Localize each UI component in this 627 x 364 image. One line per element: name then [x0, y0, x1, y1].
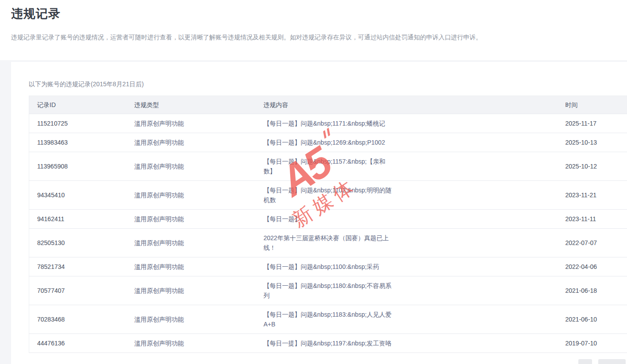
table-row: 115210725 滥用原创声明功能 【每日一题】问题&nbsp;1171:&n…: [29, 114, 627, 133]
violation-type-cell: 滥用原创声明功能: [127, 152, 256, 181]
violation-type-cell: 滥用原创声明功能: [127, 133, 256, 152]
violation-content-link[interactable]: 【每日一题】问题&nbsp;1157:&nbsp;【亲和数】: [264, 157, 393, 176]
violation-content-cell: 【每日一题】: [256, 210, 558, 229]
record-id-cell: 113983463: [29, 133, 127, 152]
violation-date-cell: 2019-07-10: [558, 334, 627, 353]
violation-content-link[interactable]: 【每日一题】问题&nbsp;1102:&nbsp;明明的随机数: [264, 185, 393, 205]
record-id-cell: 115210725: [29, 114, 127, 133]
violation-type-cell: 滥用原创声明功能: [127, 334, 256, 353]
column-header-violation-content: 违规内容: [256, 96, 558, 114]
violation-content-link[interactable]: 2022年第十三届蓝桥杯决赛（国赛）真题已上线！: [264, 233, 393, 253]
violation-content-cell: 【每日一题】问题&nbsp;1183:&nbsp;人见人爱A+B: [256, 305, 558, 334]
page-description: 违规记录里记录了账号的违规情况，运营者可随时进行查看，以更清晰了解账号违规情况及…: [11, 33, 616, 42]
violation-content-cell: 【每日一题】问题&nbsp;1171:&nbsp;蟠桃记: [256, 114, 558, 133]
violation-content-link[interactable]: 【每日一题】问题&nbsp;1100:&nbsp;采药: [264, 262, 379, 272]
table-row: 44476136 滥用原创声明功能 【每日一提】问题&nbsp;1197:&nb…: [29, 334, 627, 353]
record-id-cell: 82505130: [29, 229, 127, 257]
violation-date-cell: 2022-04-06: [558, 257, 627, 276]
table-row: 113965908 滥用原创声明功能 【每日一题】问题&nbsp;1157:&n…: [29, 152, 627, 181]
violation-date-cell: 2023-11-11: [558, 210, 627, 229]
record-id-cell: 94162411: [29, 210, 127, 229]
violation-date-cell: 2025-11-17: [558, 114, 627, 133]
table-row: 70577407 滥用原创声明功能 【每日一题】问题&nbsp;1180:&nb…: [29, 276, 627, 305]
record-id-cell: 113965908: [29, 152, 127, 181]
pagination-page-button[interactable]: [598, 359, 626, 364]
violation-type-cell: 滥用原创声明功能: [127, 257, 256, 276]
violation-type-cell: 滥用原创声明功能: [127, 305, 256, 334]
violation-content-cell: 【每日一题】问题&nbsp;1269:&nbsp;P1002: [256, 133, 558, 152]
column-header-record-id: 记录ID: [29, 96, 127, 114]
table-row: 82505130 滥用原创声明功能 2022年第十三届蓝桥杯决赛（国赛）真题已上…: [29, 229, 627, 257]
violation-records-table: 记录ID 违规类型 违规内容 时间 115210725 滥用原创声明功能 【每日…: [29, 96, 627, 353]
violation-date-cell: 2022-07-07: [558, 229, 627, 257]
table-row: 70283468 滥用原创声明功能 【每日一题】问题&nbsp;1183:&nb…: [29, 305, 627, 334]
violation-type-cell: 滥用原创声明功能: [127, 210, 256, 229]
pagination-prev-button[interactable]: [578, 359, 592, 364]
violation-type-cell: 滥用原创声明功能: [127, 181, 256, 210]
table-row: 78521734 滥用原创声明功能 【每日一题】问题&nbsp;1100:&nb…: [29, 257, 627, 276]
violation-content-cell: 【每日一题】问题&nbsp;1100:&nbsp;采药: [256, 257, 558, 276]
violation-content-link[interactable]: 【每日一提】问题&nbsp;1197:&nbsp;发工资咯: [264, 338, 392, 348]
violation-date-cell: 2023-11-21: [558, 181, 627, 210]
column-header-violation-type: 违规类型: [127, 96, 256, 114]
violation-date-cell: 2021-06-10: [558, 305, 627, 334]
violation-content-cell: 【每日一题】问题&nbsp;1157:&nbsp;【亲和数】: [256, 152, 558, 181]
record-id-cell: 78521734: [29, 257, 127, 276]
record-id-cell: 70577407: [29, 276, 127, 305]
violation-type-cell: 滥用原创声明功能: [127, 114, 256, 133]
page-title: 违规记录: [11, 6, 616, 21]
table-row: 94162411 滥用原创声明功能 【每日一题】 2023-11-11: [29, 210, 627, 229]
violation-content-cell: 【每日一提】问题&nbsp;1197:&nbsp;发工资咯: [256, 334, 558, 353]
table-body: 115210725 滥用原创声明功能 【每日一题】问题&nbsp;1171:&n…: [29, 114, 627, 353]
column-header-time: 时间: [558, 96, 627, 114]
violation-content-cell: 2022年第十三届蓝桥杯决赛（国赛）真题已上线！: [256, 229, 558, 257]
violation-date-cell: 2021-06-18: [558, 276, 627, 305]
violation-type-cell: 滥用原创声明功能: [127, 276, 256, 305]
violation-content-cell: 【每日一题】问题&nbsp;1102:&nbsp;明明的随机数: [256, 181, 558, 210]
violation-records-card: 以下为账号的违规记录(2015年8月21日后) 记录ID 违规类型 违规内容 时…: [11, 62, 627, 364]
violation-content-link[interactable]: 【每日一题】问题&nbsp;1180:&nbsp;不容易系列: [264, 281, 393, 300]
violation-date-cell: 2025-10-12: [558, 152, 627, 181]
record-id-cell: 44476136: [29, 334, 127, 353]
violation-content-link[interactable]: 【每日一题】问题&nbsp;1269:&nbsp;P1002: [264, 138, 385, 147]
violation-type-cell: 滥用原创声明功能: [127, 229, 256, 257]
page-header: 违规记录 违规记录里记录了账号的违规情况，运营者可随时进行查看，以更清晰了解账号…: [0, 0, 627, 60]
table-row: 113983463 滥用原创声明功能 【每日一题】问题&nbsp;1269:&n…: [29, 133, 627, 152]
violation-date-cell: 2025-10-13: [558, 133, 627, 152]
violation-content-link[interactable]: 【每日一题】问题&nbsp;1183:&nbsp;人见人爱A+B: [264, 310, 393, 329]
violation-content-cell: 【每日一题】问题&nbsp;1180:&nbsp;不容易系列: [256, 276, 558, 305]
table-row: 94345410 滥用原创声明功能 【每日一题】问题&nbsp;1102:&nb…: [29, 181, 627, 210]
record-id-cell: 70283468: [29, 305, 127, 334]
violation-content-link[interactable]: 【每日一题】: [264, 214, 301, 224]
violation-content-link[interactable]: 【每日一题】问题&nbsp;1171:&nbsp;蟠桃记: [264, 119, 385, 128]
records-subtitle: 以下为账号的违规记录(2015年8月21日后): [29, 80, 627, 88]
table-header: 记录ID 违规类型 违规内容 时间: [29, 96, 627, 114]
record-id-cell: 94345410: [29, 181, 127, 210]
